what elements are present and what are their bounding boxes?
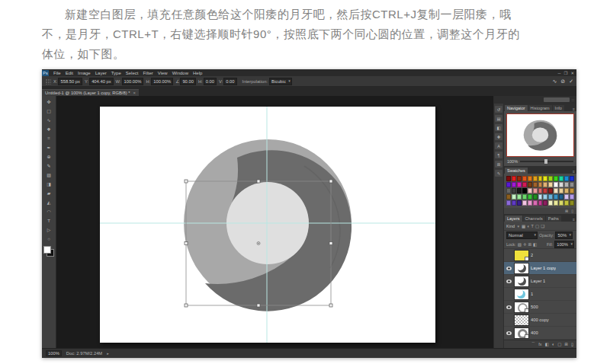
- restore-button[interactable]: ❐: [563, 71, 567, 75]
- lasso-tool[interactable]: ∿: [43, 116, 54, 124]
- swatch[interactable]: [533, 188, 538, 193]
- filter-smart-objects-icon[interactable]: ❏: [541, 224, 544, 228]
- gradient-tool[interactable]: ▰: [43, 189, 54, 197]
- swatch[interactable]: [564, 188, 569, 193]
- swatch[interactable]: [570, 194, 574, 200]
- filter-adjustment-layers-icon[interactable]: ◐: [527, 224, 529, 228]
- swatches-tab-swatches[interactable]: Swatches: [505, 168, 528, 174]
- transform-handle[interactable]: [329, 304, 332, 307]
- layers-tab-layers[interactable]: Layers: [505, 216, 522, 222]
- swatch[interactable]: [554, 182, 558, 187]
- swatch[interactable]: [506, 182, 511, 187]
- healing-brush-tool[interactable]: ⊕: [43, 152, 54, 161]
- swatch[interactable]: [548, 194, 553, 200]
- swatch[interactable]: [538, 188, 543, 193]
- layer-row[interactable]: 2: [504, 249, 576, 262]
- swatch[interactable]: [522, 182, 527, 187]
- transform-handle[interactable]: [185, 242, 188, 245]
- swatch[interactable]: [528, 200, 532, 206]
- transform-handle[interactable]: [329, 242, 332, 245]
- lock-transparency-icon[interactable]: ▨: [518, 242, 522, 247]
- transform-handle[interactable]: [257, 304, 260, 307]
- swatch[interactable]: [538, 194, 543, 200]
- swatch[interactable]: [570, 182, 574, 187]
- swatch[interactable]: [506, 194, 511, 200]
- status-options-arrow[interactable]: ▸: [107, 351, 109, 356]
- layer-thumbnail[interactable]: [515, 263, 528, 273]
- swatch[interactable]: [522, 176, 527, 181]
- menu-item-select[interactable]: Select: [124, 71, 141, 75]
- slider-thumb[interactable]: [544, 159, 547, 164]
- swatch[interactable]: [533, 194, 538, 200]
- foreground-color-chip[interactable]: [43, 246, 51, 254]
- swatch[interactable]: [517, 200, 522, 206]
- swatch[interactable]: [559, 188, 563, 193]
- layer-thumbnail[interactable]: [515, 251, 528, 260]
- swatch[interactable]: [512, 194, 516, 200]
- swatch[interactable]: [559, 194, 563, 200]
- status-zoom-field[interactable]: 100%: [46, 350, 62, 356]
- layer-thumbnail[interactable]: [515, 302, 528, 312]
- field-value[interactable]: 0.00: [223, 78, 236, 85]
- field-value[interactable]: 100.00%: [151, 78, 173, 85]
- swatch[interactable]: [554, 188, 558, 193]
- lock-all-icon[interactable]: ◧: [533, 242, 537, 247]
- swatch[interactable]: [564, 200, 569, 206]
- warp-mode-icon[interactable]: ∿: [552, 78, 557, 85]
- layer-row[interactable]: 1: [504, 288, 576, 301]
- new-swatch-icon[interactable]: ⊞: [565, 209, 568, 213]
- field-value[interactable]: 404.40 px: [89, 78, 113, 85]
- swatch[interactable]: [512, 176, 516, 181]
- swatch[interactable]: [528, 182, 532, 187]
- swatch[interactable]: [506, 188, 511, 193]
- swatch[interactable]: [543, 194, 547, 200]
- layer-group-icon[interactable]: ▢: [557, 342, 561, 346]
- visibility-toggle[interactable]: [506, 267, 512, 270]
- swatch[interactable]: [517, 176, 522, 181]
- layer-row[interactable]: Layer 1: [504, 275, 576, 288]
- cancel-transform-icon[interactable]: ⊘: [560, 78, 565, 85]
- swatch[interactable]: [528, 188, 532, 193]
- swatch[interactable]: [543, 176, 547, 181]
- navigator-tab-navigator[interactable]: Navigator: [505, 105, 528, 111]
- visibility-toggle[interactable]: [506, 305, 512, 309]
- swatch[interactable]: [533, 176, 538, 181]
- delete-swatch-icon[interactable]: ▯: [571, 209, 573, 213]
- dodge-tool[interactable]: ◭: [43, 198, 54, 206]
- crop-tool[interactable]: ⌗: [43, 134, 54, 142]
- transform-handle[interactable]: [257, 180, 260, 183]
- pen-tool[interactable]: ◠: [43, 207, 54, 216]
- swatch[interactable]: [522, 194, 527, 200]
- workspace-grid-icon[interactable]: ∷: [572, 97, 574, 102]
- swatch[interactable]: [512, 188, 516, 193]
- lock-pixels-icon[interactable]: ✛: [523, 242, 527, 247]
- swatch[interactable]: [554, 194, 558, 200]
- swatch[interactable]: [564, 176, 569, 181]
- brush-tool[interactable]: ✎: [43, 161, 54, 170]
- swatch[interactable]: [548, 188, 553, 193]
- commit-transform-icon[interactable]: ✓: [569, 78, 573, 85]
- swatch[interactable]: [554, 200, 558, 206]
- swatch[interactable]: [538, 200, 543, 206]
- swatch[interactable]: [548, 200, 553, 206]
- layer-thumbnail[interactable]: [515, 315, 528, 325]
- menu-item-edit[interactable]: Edit: [63, 71, 75, 75]
- type-tool[interactable]: T: [43, 216, 54, 225]
- eraser-tool[interactable]: ◨: [43, 180, 54, 188]
- character-panel-icon[interactable]: A: [495, 142, 502, 149]
- field-value[interactable]: 100.00%: [122, 78, 144, 85]
- layer-thumbnail[interactable]: [515, 328, 528, 338]
- fill-value[interactable]: 100%: [554, 241, 574, 248]
- new-layer-icon[interactable]: ⊞: [564, 342, 568, 346]
- transform-handle[interactable]: [185, 304, 188, 307]
- layer-filter-kind-select[interactable]: Kind: [506, 224, 520, 228]
- layers-tab-channels[interactable]: Channels: [523, 216, 545, 222]
- swatch[interactable]: [517, 182, 522, 187]
- eyedropper-tool[interactable]: ✒: [43, 143, 54, 152]
- swatch[interactable]: [533, 200, 538, 206]
- transform-handle[interactable]: [185, 180, 188, 183]
- lock-position-icon[interactable]: ⊞: [528, 242, 531, 247]
- brush-panel-icon[interactable]: ✎: [495, 170, 502, 177]
- document-tab[interactable]: Untitled-1 @ 100% (Layer 1 copy, RGB/8) …: [42, 89, 139, 96]
- layer-row[interactable]: 400 copy: [504, 314, 576, 327]
